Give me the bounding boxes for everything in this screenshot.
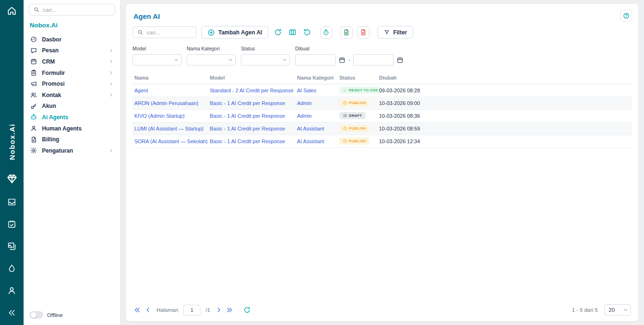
- status-badge: DRAFT: [339, 112, 365, 119]
- chevrons-left-icon: [133, 306, 141, 314]
- row-filler: [438, 135, 632, 147]
- inbox-icon[interactable]: [7, 197, 17, 207]
- help-icon: [623, 12, 630, 19]
- column-header[interactable]: Status: [338, 72, 377, 84]
- pagination: Halaman /1 1 - 5 dari 5 20: [132, 301, 632, 317]
- sidebar-search-input[interactable]: [43, 7, 110, 13]
- history-button[interactable]: [302, 27, 312, 37]
- sidebar-item-human-agents[interactable]: Human Agents: [29, 123, 115, 134]
- column-header[interactable]: Model: [208, 72, 295, 84]
- sidebar-item-promosi[interactable]: Promosi: [29, 78, 115, 89]
- user-icon[interactable]: [7, 286, 17, 295]
- offline-toggle[interactable]: [30, 311, 43, 318]
- chevron-right-icon: [108, 48, 114, 53]
- agent-name-link[interactable]: Agent: [134, 88, 148, 93]
- filter-label-dibuat: Dibuat: [295, 46, 404, 51]
- refresh-list-button[interactable]: [243, 306, 251, 314]
- model-filter-select[interactable]: [132, 54, 182, 65]
- sidebar-item-billing[interactable]: Billing: [29, 134, 115, 145]
- agent-category-link[interactable]: Admin: [297, 100, 312, 106]
- sidebar-item-ai-agents[interactable]: Ai Agents: [29, 112, 115, 123]
- agent-model-link[interactable]: Basic - 1 AI Credit per Response: [210, 138, 285, 144]
- agent-name-link[interactable]: LUMI (AI Assistant — Startup): [134, 126, 204, 131]
- created-from-input[interactable]: [295, 54, 336, 65]
- agent-category-link[interactable]: AI Assistant: [297, 126, 324, 131]
- export-excel-button[interactable]: [340, 26, 353, 39]
- chevron-right-icon: [108, 81, 114, 87]
- sidebar-search[interactable]: [29, 4, 115, 16]
- timer-button[interactable]: [320, 26, 332, 39]
- agent-model-link[interactable]: Basic - 1 AI Credit per Response: [210, 126, 285, 131]
- filter-group-status: Status: [241, 46, 290, 65]
- sidebar-item-label: Dasbor: [42, 36, 61, 43]
- status-filter-select[interactable]: [241, 54, 290, 65]
- chevron-right-icon: [108, 92, 114, 98]
- table-search-input[interactable]: [147, 30, 192, 35]
- kategori-filter-select[interactable]: [187, 54, 236, 65]
- sidebar-item-pesan[interactable]: Pesan: [29, 45, 115, 57]
- export-pdf-button[interactable]: [357, 26, 370, 39]
- table-row[interactable]: SORA (AI Assistant — Sekolah) Basic - 1 …: [132, 135, 632, 147]
- history-icon: [303, 28, 311, 36]
- sidebar-item-dasbor[interactable]: Dasbor: [29, 34, 115, 45]
- megaphone-icon: [30, 81, 37, 88]
- calendar-check-icon[interactable]: [7, 219, 17, 229]
- agent-category-link[interactable]: AI Assistant: [297, 138, 324, 144]
- table-row[interactable]: LUMI (AI Assistant — Startup) Basic - 1 …: [132, 122, 632, 135]
- table-row[interactable]: ARON (Admin Perusahaan) Basic - 1 AI Cre…: [132, 97, 632, 109]
- total-pages: /1: [206, 307, 210, 313]
- paint-drop-icon[interactable]: [7, 264, 17, 273]
- filter-group-dibuat: Dibuat -: [295, 46, 404, 65]
- next-page-button[interactable]: [215, 306, 223, 314]
- agent-category-link[interactable]: Admin: [297, 113, 312, 119]
- toolbar: Tambah Agen AI Filter: [132, 26, 632, 39]
- collapse-left-icon[interactable]: [7, 308, 17, 317]
- page-size-select[interactable]: 20: [604, 304, 631, 316]
- home-icon[interactable]: [7, 6, 17, 16]
- filter-button[interactable]: Filter: [378, 26, 413, 39]
- sidebar-item-akun[interactable]: Akun: [29, 101, 115, 112]
- columns-icon: [289, 28, 297, 36]
- agent-model-link[interactable]: Basic - 1 AI Credit per Response: [210, 100, 285, 106]
- add-agent-button[interactable]: Tambah Agen AI: [201, 26, 268, 39]
- table-row[interactable]: Agent Standard - 2 AI Credit per Respons…: [132, 84, 632, 97]
- vertical-brand: Nobox.Ai: [8, 123, 16, 160]
- chevron-right-icon: [108, 70, 114, 75]
- agent-name-link[interactable]: SORA (AI Assistant — Sekolah): [134, 138, 207, 144]
- filter-group-kategori: Nama Kategori: [187, 46, 236, 65]
- bot-icon: [30, 114, 37, 121]
- user-icon: [30, 125, 37, 132]
- table-search[interactable]: [132, 26, 197, 38]
- sidebar-item-kontak[interactable]: Kontak: [29, 89, 115, 101]
- updated-at: 10-03-2026 09:00: [377, 97, 438, 109]
- last-page-button[interactable]: [226, 306, 233, 314]
- filter-label-kategori: Nama Kategori: [187, 46, 236, 51]
- sidebar-item-crm[interactable]: CRM: [29, 56, 115, 67]
- calendar-icon[interactable]: [339, 57, 346, 64]
- created-to-input[interactable]: [353, 54, 394, 65]
- dashboard-icon: [30, 36, 37, 43]
- agent-category-link[interactable]: AI Sales: [297, 88, 316, 93]
- sidebar-item-label: Human Agents: [42, 125, 82, 132]
- gallery-icon[interactable]: [7, 242, 17, 251]
- column-header[interactable]: Diubah: [377, 72, 438, 84]
- sidebar-item-pengaturan[interactable]: Pengaturan: [29, 145, 115, 156]
- columns-button[interactable]: [288, 27, 297, 37]
- agent-model-link[interactable]: Basic - 1 AI Credit per Response: [210, 113, 285, 119]
- agent-model-link[interactable]: Standard - 2 AI Credit per Response: [210, 88, 293, 93]
- sidebar-item-label: Promosi: [42, 81, 65, 87]
- agent-name-link[interactable]: KIVO (Admin Startup): [134, 113, 184, 119]
- column-header[interactable]: Nama: [132, 72, 208, 84]
- calendar-icon[interactable]: [396, 57, 404, 64]
- sidebar-item-label: Akun: [42, 103, 56, 109]
- help-button[interactable]: [620, 10, 632, 22]
- first-page-button[interactable]: [133, 306, 141, 314]
- page-number-input[interactable]: [183, 305, 200, 316]
- sidebar-item-formulir[interactable]: Formulir: [29, 67, 115, 79]
- calendar-icon: [30, 58, 37, 65]
- table-row[interactable]: KIVO (Admin Startup) Basic - 1 AI Credit…: [132, 109, 632, 122]
- agent-name-link[interactable]: ARON (Admin Perusahaan): [134, 100, 198, 106]
- column-header[interactable]: Nama Kategori: [295, 72, 338, 84]
- refresh-button[interactable]: [273, 27, 283, 37]
- prev-page-button[interactable]: [144, 306, 152, 314]
